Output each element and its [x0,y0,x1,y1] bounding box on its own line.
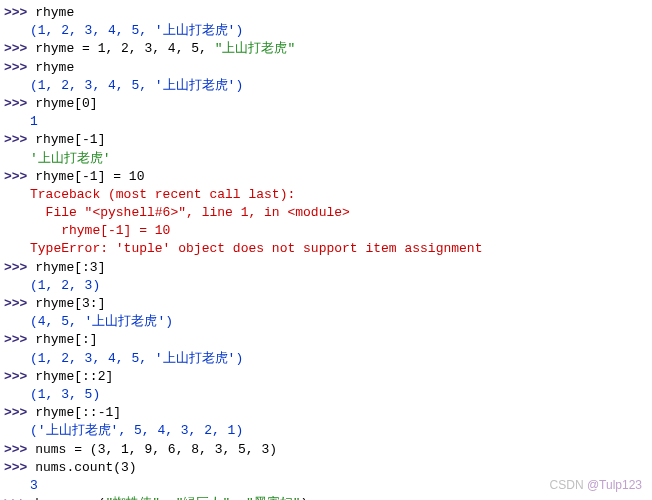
code-input: heros = ( [35,496,105,500]
prompt: >>> [4,60,35,75]
watermark: CSDN @Tulp123 [550,477,642,494]
code-input: rhyme[0] [35,96,97,111]
string-literal: "蜘蛛侠" [105,496,160,500]
console-line: >>> rhyme[-1] [0,131,652,149]
console-line: >>> nums.count(3) [0,459,652,477]
console-line: >>> rhyme[-1] = 10 [0,168,652,186]
prompt: >>> [4,296,35,311]
prompt: >>> [4,169,35,184]
code-input: rhyme[::2] [35,369,113,384]
watermark-user: @Tulp123 [587,478,642,492]
output-value: ('上山打老虎', 5, 4, 3, 2, 1) [0,422,652,440]
code-input: rhyme[-1] = 10 [35,169,144,184]
console-line: >>> nums = (3, 1, 9, 6, 8, 3, 5, 3) [0,441,652,459]
prompt: >>> [4,260,35,275]
prompt: >>> [4,496,35,500]
code-input: rhyme[:3] [35,260,105,275]
watermark-site: CSDN [550,478,587,492]
output-value: (1, 2, 3, 4, 5, '上山打老虎') [0,22,652,40]
code-input: rhyme[:] [35,332,97,347]
string-literal: "绿巨人" [176,496,231,500]
error-line: File "<pyshell#6>", line 1, in <module> [0,204,652,222]
output-value: (4, 5, '上山打老虎') [0,313,652,331]
console-line: >>> rhyme[:3] [0,259,652,277]
console-line: >>> rhyme[::2] [0,368,652,386]
console-line: >>> rhyme[:] [0,331,652,349]
console-line: >>> rhyme[::-1] [0,404,652,422]
prompt: >>> [4,369,35,384]
output-string: '上山打老虎' [0,150,652,168]
code-input: rhyme[-1] [35,132,105,147]
prompt: >>> [4,5,35,20]
code-input: , [230,496,246,500]
prompt: >>> [4,132,35,147]
code-input: ) [300,496,308,500]
output-value: 1 [0,113,652,131]
string-literal: "上山打老虎" [215,41,296,56]
code-input: rhyme[3:] [35,296,105,311]
console-line: >>> rhyme[0] [0,95,652,113]
string-literal: "黑寡妇" [246,496,301,500]
console-line: >>> heros = ("蜘蛛侠", "绿巨人", "黑寡妇") [0,495,652,500]
console-line: >>> rhyme[3:] [0,295,652,313]
code-input: nums = (3, 1, 9, 6, 8, 3, 5, 3) [35,442,277,457]
output-value: (1, 2, 3, 4, 5, '上山打老虎') [0,350,652,368]
prompt: >>> [4,460,35,475]
output-value: (1, 2, 3) [0,277,652,295]
code-input: rhyme [35,60,74,75]
output-value: (1, 3, 5) [0,386,652,404]
output-value: (1, 2, 3, 4, 5, '上山打老虎') [0,77,652,95]
code-input: rhyme[::-1] [35,405,121,420]
code-input: nums.count(3) [35,460,136,475]
prompt: >>> [4,41,35,56]
prompt: >>> [4,442,35,457]
error-line: Traceback (most recent call last): [0,186,652,204]
python-console[interactable]: >>> rhyme(1, 2, 3, 4, 5, '上山打老虎')>>> rhy… [0,4,652,500]
error-line: TypeError: 'tuple' object does not suppo… [0,240,652,258]
console-line: >>> rhyme [0,4,652,22]
prompt: >>> [4,405,35,420]
console-line: >>> rhyme [0,59,652,77]
error-line: rhyme[-1] = 10 [0,222,652,240]
code-input: , [160,496,176,500]
code-input: rhyme [35,5,74,20]
prompt: >>> [4,332,35,347]
prompt: >>> [4,96,35,111]
code-input: rhyme = 1, 2, 3, 4, 5, [35,41,214,56]
console-line: >>> rhyme = 1, 2, 3, 4, 5, "上山打老虎" [0,40,652,58]
